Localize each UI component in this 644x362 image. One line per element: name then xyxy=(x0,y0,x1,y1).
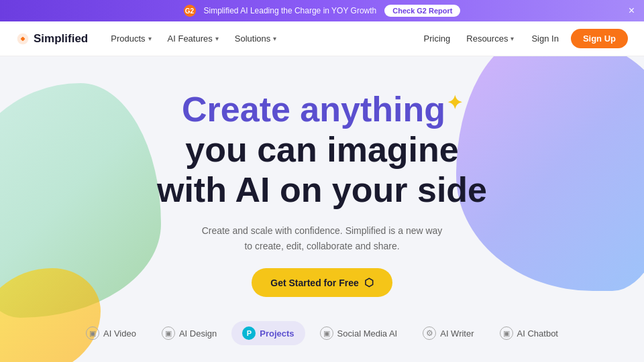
tab-ai-design[interactable]: ▣ AI Design xyxy=(151,321,227,345)
ai-design-icon: ▣ xyxy=(162,326,175,340)
g2-report-button[interactable]: Check G2 Report xyxy=(384,5,460,17)
nav-signin[interactable]: Sign In xyxy=(525,29,565,48)
hero-section: Create anything✦ you can imagine with AI… xyxy=(0,56,644,297)
ai-chatbot-icon: ▣ xyxy=(500,326,513,340)
nav-solutions[interactable]: Solutions ▾ xyxy=(228,29,283,48)
nav-pricing[interactable]: Pricing xyxy=(419,29,456,48)
resources-chevron-icon: ▾ xyxy=(511,35,514,42)
navbar: Simplified Products ▾ AI Features ▾ Solu… xyxy=(0,21,644,56)
ai-video-icon: ▣ xyxy=(86,326,99,340)
tab-social-media-ai[interactable]: ▣ Social Media AI xyxy=(309,321,409,345)
sparkle-icon: ✦ xyxy=(447,93,462,113)
social-media-ai-icon: ▣ xyxy=(320,326,333,340)
tab-ai-writer[interactable]: ⚙ AI Writer xyxy=(412,321,484,345)
nav-signup-button[interactable]: Sign Up xyxy=(571,29,628,48)
ai-writer-icon: ⚙ xyxy=(423,326,436,340)
announcement-text: Simplified AI Leading the Charge in YOY … xyxy=(204,6,377,15)
g2-icon: G2 xyxy=(184,5,196,17)
logo-text: Simplified xyxy=(34,32,88,46)
nav-right: Pricing Resources ▾ Sign In Sign Up xyxy=(419,29,628,48)
announcement-close-button[interactable]: × xyxy=(629,5,635,16)
hero-title-line2: you can imagine xyxy=(157,130,487,170)
logo[interactable]: Simplified xyxy=(16,32,88,46)
tab-row: ▣ AI Video ▣ AI Design P Projects ▣ Soci… xyxy=(0,321,644,345)
tab-ai-video[interactable]: ▣ AI Video xyxy=(75,321,147,345)
hero-title-colored: Create anything xyxy=(182,90,445,129)
svg-point-1 xyxy=(21,37,25,40)
nav-items: Products ▾ AI Features ▾ Solutions ▾ xyxy=(104,29,418,48)
main-content: Create anything✦ you can imagine with AI… xyxy=(0,56,644,362)
logo-icon xyxy=(16,32,30,46)
tab-ai-chatbot[interactable]: ▣ AI Chatbot xyxy=(489,321,569,345)
projects-icon: P xyxy=(242,326,256,340)
ai-features-chevron-icon: ▾ xyxy=(215,35,219,42)
hero-cta-button[interactable]: Get Started for Free ⬡ xyxy=(252,268,392,297)
nav-products[interactable]: Products ▾ xyxy=(104,29,158,48)
cta-arrow-icon: ⬡ xyxy=(364,276,374,289)
solutions-chevron-icon: ▾ xyxy=(273,35,276,42)
tab-projects[interactable]: P Projects xyxy=(231,321,305,345)
announcement-bar: G2 Simplified AI Leading the Charge in Y… xyxy=(0,0,644,21)
nav-ai-features[interactable]: AI Features ▾ xyxy=(161,29,225,48)
products-chevron-icon: ▾ xyxy=(148,35,152,42)
hero-title-line3: with AI on your side xyxy=(157,170,487,210)
hero-title: Create anything✦ you can imagine with AI… xyxy=(157,90,487,210)
hero-description: Create and scale with confidence. Simpli… xyxy=(202,223,443,253)
nav-resources[interactable]: Resources ▾ xyxy=(461,29,519,48)
